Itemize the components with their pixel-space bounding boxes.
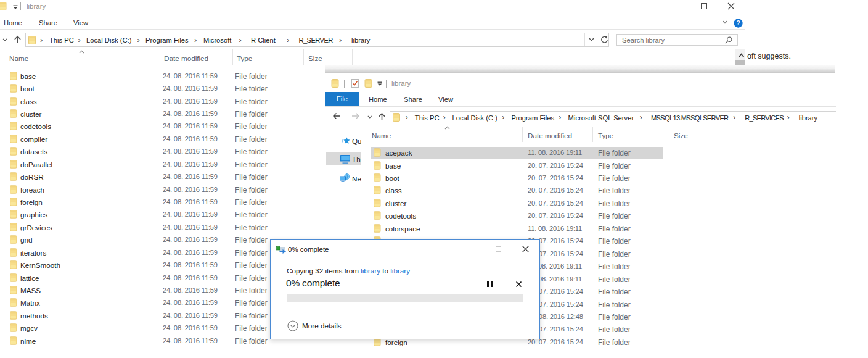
svg-text:?: ? — [736, 20, 740, 27]
